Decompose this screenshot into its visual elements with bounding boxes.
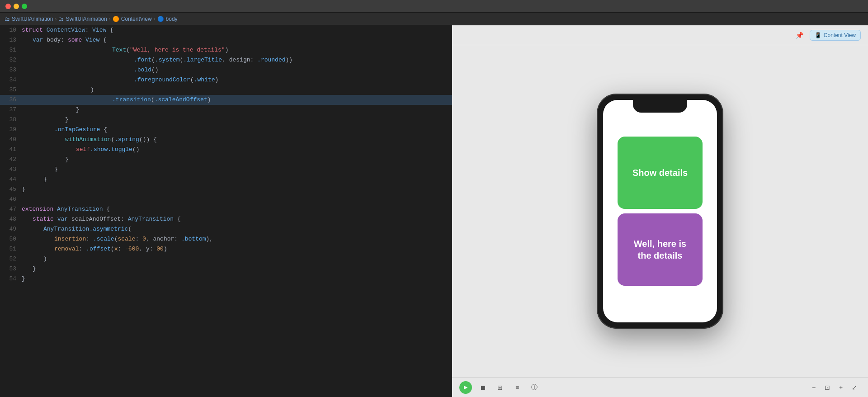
line-num-13: 13 — [0, 35, 22, 45]
details-text: Well, here isthe details — [634, 238, 686, 261]
line-num-37: 37 — [0, 105, 22, 115]
code-line-38: 38 } — [0, 115, 452, 125]
iphone-screen: Show details Well, here isthe details — [603, 100, 717, 322]
code-line-33: 33 .bold() — [0, 65, 452, 75]
line-num-44: 44 — [0, 175, 22, 184]
code-line-36: 36 .transition(.scaleAndOffset) — [0, 95, 452, 105]
preview-toolbar: 📌 📱 Content View — [452, 25, 868, 45]
code-line-50: 50 insertion: .scale(scale: 0, anchor: .… — [0, 234, 452, 244]
line-num-47: 47 — [0, 204, 22, 214]
code-line-47: 47 extension AnyTransition { — [0, 204, 452, 214]
line-num-32: 32 — [0, 55, 22, 65]
content-view-badge[interactable]: 📱 Content View — [810, 30, 861, 41]
zoom-full-button[interactable]: ⤢ — [848, 381, 861, 394]
inspector-button[interactable]: ≡ — [511, 381, 524, 394]
content-view-label: Content View — [824, 32, 856, 38]
code-line-31: 31 Text("Well, here is the details") — [0, 45, 452, 55]
code-line-32: 32 .font(.system(.largeTitle, design: .r… — [0, 55, 452, 65]
play-button[interactable]: ▶ — [459, 381, 472, 394]
line-num-33: 33 — [0, 65, 22, 75]
code-line-42: 42 } — [0, 155, 452, 165]
line-num-34: 34 — [0, 75, 22, 85]
line-num-41: 41 — [0, 145, 22, 155]
code-line-34: 34 .foregroundColor(.white) — [0, 75, 452, 85]
title-bar — [0, 0, 868, 13]
code-line-51: 51 removal: .offset(x: -600, y: 00) — [0, 244, 452, 254]
line-num-42: 42 — [0, 155, 22, 165]
line-num-31: 31 — [0, 45, 22, 55]
folder-icon-1: 🗂 — [5, 16, 10, 22]
show-details-text: Show details — [632, 168, 688, 178]
line-num-48: 48 — [0, 214, 22, 224]
code-line-46: 46 — [0, 194, 452, 204]
line-num-38: 38 — [0, 115, 22, 125]
code-line-49: 49 AnyTransition.asymmetric( — [0, 224, 452, 234]
line-num-35: 35 — [0, 85, 22, 95]
code-line-54: 54 } — [0, 274, 452, 284]
stop-button[interactable]: ⏹ — [476, 381, 489, 394]
zoom-controls: − ⊡ + ⤢ — [807, 381, 861, 394]
bottom-left-tools: ▶ ⏹ ⊞ ≡ ⓘ — [459, 381, 541, 394]
line-num-45: 45 — [0, 184, 22, 194]
close-dot[interactable] — [5, 4, 11, 9]
code-line-10: 10 struct ContentView: View { — [0, 25, 452, 35]
line-num-46: 46 — [0, 194, 22, 204]
line-num-51: 51 — [0, 244, 22, 254]
line-num-53: 53 — [0, 264, 22, 274]
line-num-10: 10 — [0, 25, 22, 35]
breadcrumb-item-4[interactable]: 🔵 body — [157, 16, 178, 22]
show-details-card[interactable]: Show details — [618, 137, 703, 209]
code-line-39: 39 .onTapGesture { — [0, 125, 452, 135]
line-num-39: 39 — [0, 125, 22, 135]
preview-pane: 📌 📱 Content View Show details Well, here… — [452, 25, 868, 397]
maximize-dot[interactable] — [22, 4, 27, 9]
code-with-line-numbers: 10 struct ContentView: View { 13 var bod… — [0, 25, 452, 397]
breadcrumb-item-3[interactable]: 🟠 ContentView — [113, 16, 152, 22]
code-line-52: 52 ) — [0, 254, 452, 264]
code-line-53: 53 } — [0, 264, 452, 274]
line-num-43: 43 — [0, 165, 22, 175]
code-content: 10 struct ContentView: View { 13 var bod… — [0, 25, 452, 397]
line-num-40: 40 — [0, 135, 22, 145]
zoom-fit-button[interactable]: ⊡ — [821, 381, 834, 394]
main-area: 10 struct ContentView: View { 13 var bod… — [0, 25, 868, 397]
zoom-out-button[interactable]: − — [807, 381, 820, 394]
code-line-37: 37 } — [0, 105, 452, 115]
line-num-36: 36 — [0, 95, 22, 105]
code-line-48: 48 static var scaleAndOffset: AnyTransit… — [0, 214, 452, 224]
minimize-dot[interactable] — [14, 4, 19, 9]
zoom-in-button[interactable]: + — [835, 381, 847, 394]
breadcrumb-bar: 🗂 SwiftUIAnimation › 🗂 SwiftUIAnimation … — [0, 13, 868, 25]
swift-icon: 🟠 — [113, 16, 119, 22]
code-line-45: 45 } — [0, 184, 452, 194]
property-icon: 🔵 — [157, 16, 164, 22]
grid-button[interactable]: ⊞ — [494, 381, 506, 394]
code-line-13: 13 var body: some View { — [0, 35, 452, 45]
line-num-49: 49 — [0, 224, 22, 234]
iphone-notch — [633, 100, 687, 113]
code-line-43: 43 } — [0, 165, 452, 175]
preview-bottom-bar: ▶ ⏹ ⊞ ≡ ⓘ − ⊡ + ⤢ — [452, 377, 868, 397]
line-num-54: 54 — [0, 274, 22, 284]
breadcrumb-item-1[interactable]: 🗂 SwiftUIAnimation — [5, 16, 53, 22]
pin-button[interactable]: 📌 — [793, 29, 806, 42]
line-num-50: 50 — [0, 234, 22, 244]
code-line-35: 35 ) — [0, 85, 452, 95]
details-card[interactable]: Well, here isthe details — [618, 213, 703, 286]
code-line-44: 44 } — [0, 175, 452, 184]
breadcrumb-item-2[interactable]: 🗂 SwiftUIAnimation — [58, 16, 107, 22]
iphone-mockup: Show details Well, here isthe details — [597, 94, 723, 329]
line-num-52: 52 — [0, 254, 22, 264]
code-editor[interactable]: 10 struct ContentView: View { 13 var bod… — [0, 25, 452, 397]
code-line-41: 41 self.show.toggle() — [0, 145, 452, 155]
preview-canvas: Show details Well, here isthe details — [452, 45, 868, 377]
code-line-40: 40 withAnimation(.spring()) { — [0, 135, 452, 145]
content-view-icon: 📱 — [815, 32, 821, 38]
info-button[interactable]: ⓘ — [528, 381, 541, 394]
folder-icon-2: 🗂 — [58, 16, 64, 22]
